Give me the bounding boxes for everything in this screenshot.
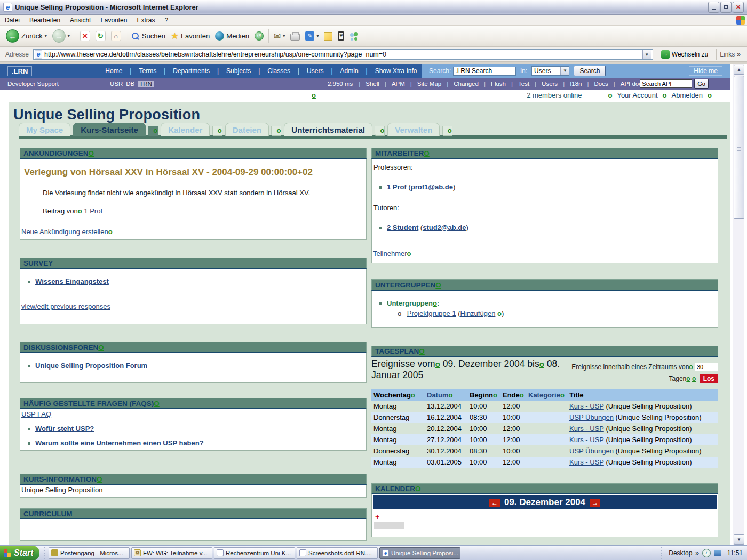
o-link[interactable]: O bbox=[424, 149, 430, 157]
toolbar-grip[interactable] bbox=[659, 547, 663, 559]
desktop-toolbar-label[interactable]: Desktop bbox=[669, 549, 692, 557]
dev-link-i18n[interactable]: I18n bbox=[560, 81, 584, 87]
tab-unterrichtsmaterial[interactable]: Unterrichtsmaterial o bbox=[284, 125, 385, 135]
network-tray-icon[interactable] bbox=[714, 550, 721, 556]
menu-help[interactable]: ? bbox=[160, 17, 173, 24]
minimize-button[interactable] bbox=[708, 2, 719, 13]
go-button[interactable]: → Wechseln zu bbox=[656, 49, 713, 60]
nav-users[interactable]: Users bbox=[303, 67, 336, 75]
tab-dateien[interactable]: Dateien o bbox=[225, 125, 282, 135]
menu-favoriten[interactable]: Favoriten bbox=[96, 17, 132, 24]
o-link[interactable]: O bbox=[97, 475, 102, 483]
api-search-input[interactable] bbox=[640, 79, 692, 88]
calendar-next-icon[interactable]: → bbox=[590, 499, 600, 507]
o-link[interactable]: O bbox=[415, 485, 421, 493]
o-link[interactable]: o bbox=[708, 91, 712, 99]
menu-datei[interactable]: Datei bbox=[0, 17, 25, 24]
task-posteingang[interactable]: Posteingang - Micros... bbox=[49, 547, 130, 559]
media-button[interactable]: Medien bbox=[212, 27, 252, 45]
tab-label[interactable]: Verwalten bbox=[387, 123, 440, 136]
address-input[interactable]: e http://www.theservice.de/dotlrn/classe… bbox=[33, 49, 653, 60]
select-dropdown-icon[interactable]: ▼ bbox=[560, 67, 569, 75]
o-link[interactable]: o bbox=[407, 250, 411, 258]
nav-subjects[interactable]: Subjects bbox=[222, 67, 264, 75]
developer-support-label[interactable]: Developer Support bbox=[7, 81, 104, 87]
projektgruppe-link[interactable]: Projektgruppe 1 bbox=[407, 309, 456, 317]
days-range-input[interactable] bbox=[695, 363, 718, 371]
scrollbar-thumb[interactable] bbox=[734, 76, 744, 219]
nav-admin[interactable]: Admin bbox=[337, 67, 371, 75]
o-link[interactable]: O bbox=[154, 399, 160, 407]
close-button[interactable]: ✕ bbox=[733, 2, 744, 13]
new-announcement-link[interactable]: Neue Ankündigung erstellen bbox=[21, 228, 108, 236]
mail-button[interactable]: ✉ ▾ bbox=[271, 27, 288, 45]
mail-dropdown-icon[interactable]: ▾ bbox=[283, 34, 285, 38]
task-screenshots[interactable]: Screenshots dotLRN.... bbox=[297, 547, 378, 559]
professor-email-link[interactable]: prof1@ab.de bbox=[411, 183, 453, 191]
view-responses-link[interactable]: view/edit previous responses bbox=[21, 302, 110, 310]
o-link[interactable]: o bbox=[493, 391, 497, 399]
scroll-up-icon[interactable]: ▲ bbox=[734, 65, 744, 75]
history-button[interactable]: ↺ bbox=[252, 27, 266, 45]
device-button[interactable]: ✱ bbox=[335, 27, 347, 45]
o-link[interactable]: o bbox=[218, 126, 222, 134]
env-trn[interactable]: TRN bbox=[138, 81, 154, 87]
o-link[interactable]: o bbox=[663, 91, 667, 99]
tab-kalender[interactable]: Kalender o bbox=[161, 125, 222, 135]
print-button[interactable] bbox=[288, 27, 303, 45]
faq-question-link[interactable]: Wofür steht USP? bbox=[35, 425, 94, 433]
o-link[interactable]: o bbox=[539, 359, 544, 369]
dev-link-docs[interactable]: Docs bbox=[585, 81, 611, 87]
refresh-button[interactable]: ↻ bbox=[93, 27, 108, 45]
o-link[interactable]: o bbox=[497, 309, 502, 317]
task-mail-message[interactable]: ✉ FW: WG: Teilnahme v... bbox=[131, 547, 212, 559]
o-link[interactable]: o bbox=[78, 207, 82, 215]
search-scope-select[interactable]: Users ▼ bbox=[531, 66, 569, 76]
discuss-button[interactable] bbox=[321, 27, 335, 45]
task-rechenzentrum[interactable]: Rechenzentrum Uni K... bbox=[214, 547, 295, 559]
o-link[interactable]: o bbox=[520, 391, 524, 399]
home-button[interactable]: ⌂ bbox=[108, 27, 124, 45]
nav-departments[interactable]: Departments bbox=[169, 67, 222, 75]
edit-button[interactable]: ✎ ▾ bbox=[303, 27, 321, 45]
favorites-button[interactable]: ★ Favoriten bbox=[168, 27, 212, 45]
o-link[interactable]: o bbox=[560, 391, 565, 399]
professor-link[interactable]: 1 Prof bbox=[387, 183, 407, 191]
survey-link[interactable]: Wissens Eingangstest bbox=[35, 277, 109, 285]
links-chevron-icon[interactable]: » bbox=[737, 51, 745, 58]
event-link[interactable]: Kurs - USP bbox=[569, 402, 604, 410]
o-link[interactable]: o bbox=[108, 228, 113, 236]
quicklaunch-grip[interactable] bbox=[42, 547, 46, 559]
tutor-link[interactable]: 2 Student bbox=[387, 223, 418, 231]
back-dropdown-icon[interactable]: ▾ bbox=[45, 34, 47, 38]
tab-my-space[interactable]: My Space bbox=[19, 125, 70, 135]
o-link[interactable]: o bbox=[448, 391, 452, 399]
nav-show-xtra-info[interactable]: Show Xtra Info bbox=[371, 67, 421, 75]
lrn-search-input[interactable] bbox=[453, 67, 516, 76]
messenger-button[interactable] bbox=[347, 27, 362, 45]
maximize-button[interactable] bbox=[720, 2, 732, 13]
tab-label[interactable]: Unterrichtsmaterial bbox=[284, 123, 372, 136]
search-button[interactable]: Suchen bbox=[129, 27, 168, 45]
calendar-prev-icon[interactable]: ← bbox=[489, 499, 500, 507]
task-unique-selling-proposition[interactable]: e Unique Selling Proposi... bbox=[379, 547, 460, 559]
dev-link-changed[interactable]: Changed bbox=[444, 81, 481, 87]
tab-label[interactable]: Kalender bbox=[161, 123, 210, 136]
o-link[interactable]: o bbox=[689, 363, 693, 371]
o-link[interactable]: O bbox=[419, 347, 425, 355]
o-link[interactable]: O bbox=[435, 281, 441, 289]
o-link[interactable]: o bbox=[411, 391, 415, 399]
o-link[interactable]: O bbox=[89, 149, 94, 157]
hide-icons-button[interactable]: ‹ bbox=[702, 549, 711, 557]
scroll-down-icon[interactable]: ▼ bbox=[734, 534, 744, 545]
toolbar-overflow-icon[interactable]: » bbox=[695, 549, 699, 557]
edit-dropdown-icon[interactable]: ▾ bbox=[316, 34, 319, 38]
event-link[interactable]: Kurs - USP bbox=[569, 425, 604, 433]
menu-bearbeiten[interactable]: Bearbeiten bbox=[25, 17, 65, 24]
tab-label[interactable]: Dateien bbox=[225, 123, 269, 136]
tab-kurs-startseite[interactable]: Kurs-Startseite o bbox=[73, 125, 158, 135]
dev-link-flush[interactable]: Flush bbox=[481, 81, 508, 87]
o-link[interactable]: o bbox=[692, 375, 696, 382]
tutor-email-link[interactable]: stud2@ab.de bbox=[423, 223, 466, 231]
event-link[interactable]: Kurs - USP bbox=[569, 436, 604, 444]
